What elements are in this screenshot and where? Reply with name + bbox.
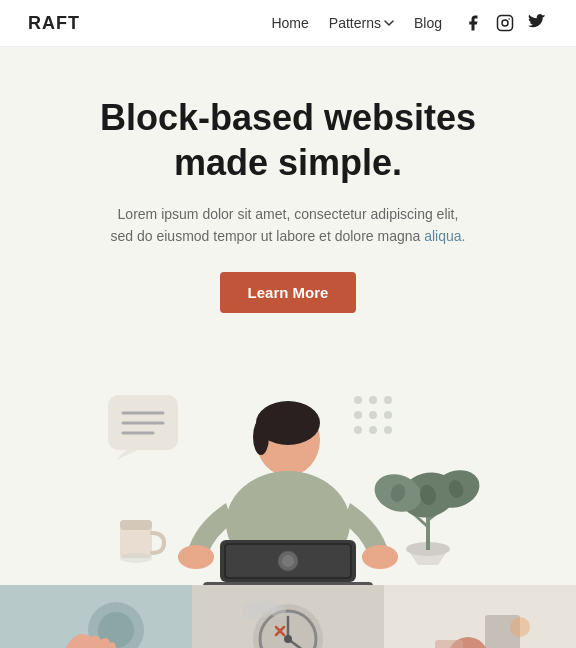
hero-section: Block-based websites made simple. Lorem … — [0, 47, 576, 345]
instagram-icon[interactable] — [494, 12, 516, 34]
svg-marker-7 — [116, 450, 138, 460]
svg-point-10 — [384, 396, 392, 404]
hero-subtitle-link[interactable]: aliqua. — [424, 228, 465, 244]
bottom-card-1[interactable] — [0, 585, 192, 648]
svg-point-53 — [284, 635, 292, 643]
nav-blog[interactable]: Blog — [414, 15, 442, 31]
nav-patterns[interactable]: Patterns — [329, 15, 381, 31]
facebook-icon[interactable] — [462, 12, 484, 34]
nav-patterns-group[interactable]: Patterns — [329, 15, 394, 31]
bottom-card-3[interactable] — [384, 585, 576, 648]
nav-home[interactable]: Home — [271, 15, 308, 31]
nav-links: Home Patterns Blog — [271, 12, 548, 34]
svg-rect-18 — [120, 520, 152, 530]
svg-point-15 — [369, 426, 377, 434]
svg-point-56 — [270, 605, 286, 617]
bottom-cards — [0, 585, 576, 648]
learn-more-button[interactable]: Learn More — [220, 272, 357, 313]
navbar: RAFT Home Patterns Blog — [0, 0, 576, 47]
svg-point-13 — [384, 411, 392, 419]
svg-rect-60 — [435, 640, 463, 648]
svg-point-8 — [354, 396, 362, 404]
svg-point-22 — [253, 419, 269, 455]
svg-point-14 — [354, 426, 362, 434]
hero-subtitle: Lorem ipsum dolor sit amet, consectetur … — [108, 203, 468, 248]
svg-rect-0 — [498, 16, 513, 31]
svg-point-26 — [362, 545, 398, 569]
svg-point-25 — [178, 545, 214, 569]
svg-point-31 — [282, 555, 294, 567]
illustration-section — [0, 345, 576, 585]
svg-point-19 — [120, 553, 152, 563]
social-icons — [462, 12, 548, 34]
chevron-down-icon — [384, 18, 394, 28]
svg-point-11 — [354, 411, 362, 419]
svg-point-16 — [384, 426, 392, 434]
bottom-card-2[interactable] — [192, 585, 384, 648]
hero-illustration — [48, 365, 528, 585]
hero-title: Block-based websites made simple. — [60, 95, 516, 185]
svg-point-1 — [502, 20, 508, 26]
svg-point-61 — [510, 617, 530, 637]
twitter-icon[interactable] — [526, 12, 548, 34]
logo[interactable]: RAFT — [28, 13, 80, 34]
svg-point-9 — [369, 396, 377, 404]
svg-point-12 — [369, 411, 377, 419]
svg-point-2 — [508, 18, 510, 20]
